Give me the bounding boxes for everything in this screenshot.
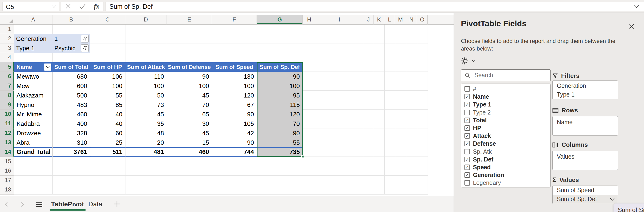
field-item-speed[interactable]: ✓Speed bbox=[461, 163, 550, 171]
column-header-m[interactable]: M bbox=[395, 15, 406, 24]
row-header-9[interactable]: 9 bbox=[0, 100, 14, 110]
cell[interactable]: 511 bbox=[90, 148, 125, 156]
name-filter-dropdown-button[interactable] bbox=[44, 63, 51, 71]
cell[interactable]: 30 bbox=[167, 119, 212, 128]
cell[interactable]: 310 bbox=[52, 138, 90, 147]
row-header-13[interactable]: 13 bbox=[0, 138, 14, 147]
field-item-total[interactable]: ✓Total bbox=[461, 116, 550, 124]
checkbox-checked[interactable]: ✓ bbox=[464, 102, 470, 107]
cell[interactable]: 481 bbox=[125, 148, 167, 156]
checkbox-unchecked[interactable] bbox=[464, 149, 470, 154]
pivot-options-gear-button[interactable] bbox=[461, 57, 476, 65]
cell[interactable]: 45 bbox=[167, 91, 212, 100]
field-item-type-2[interactable]: Type 2 bbox=[461, 109, 550, 116]
cell[interactable]: 130 bbox=[212, 72, 257, 81]
cell[interactable]: 90 bbox=[257, 72, 303, 81]
cell[interactable]: Mr. Mime bbox=[14, 110, 52, 119]
checkbox-checked[interactable]: ✓ bbox=[464, 141, 470, 146]
select-all-corner[interactable] bbox=[0, 15, 14, 24]
cell[interactable]: 460 bbox=[52, 110, 90, 119]
cell[interactable]: 70 bbox=[257, 119, 303, 128]
cell[interactable]: Mewtwo bbox=[14, 72, 52, 81]
cell[interactable]: 35 bbox=[125, 119, 167, 128]
filters-area-item[interactable]: Type 1 bbox=[552, 90, 618, 99]
field-item-hp[interactable]: ✓HP bbox=[461, 124, 550, 132]
checkbox-unchecked[interactable] bbox=[464, 110, 470, 115]
cell[interactable]: 90 bbox=[212, 138, 257, 147]
row-header-1[interactable]: 1 bbox=[0, 24, 14, 34]
cell[interactable]: 110 bbox=[125, 72, 167, 81]
row-header-12[interactable]: 12 bbox=[0, 128, 14, 138]
cell[interactable]: 48 bbox=[125, 128, 167, 138]
pivot-header-sum-of-total[interactable]: Sum of Total bbox=[52, 62, 90, 72]
pivot-header-sum-of-hp[interactable]: Sum of HP bbox=[90, 62, 125, 72]
sheet-list-menu-icon[interactable] bbox=[36, 201, 43, 208]
pivot-header-sum-of-sp-def[interactable]: Sum of Sp. Def bbox=[257, 62, 303, 72]
field-item-name[interactable]: ✓Name bbox=[461, 93, 550, 101]
cell[interactable]: 106 bbox=[90, 72, 125, 81]
field-item-sp-atk[interactable]: Sp. Atk bbox=[461, 148, 550, 156]
cell[interactable]: 67 bbox=[212, 100, 257, 110]
cell[interactable]: 100 bbox=[257, 81, 303, 91]
field-search-box[interactable] bbox=[461, 69, 551, 81]
cell[interactable]: 100 bbox=[212, 81, 257, 91]
column-header-k[interactable]: K bbox=[374, 15, 384, 24]
row-header-16[interactable]: 16 bbox=[0, 166, 14, 176]
filter-dropdown-button[interactable] bbox=[81, 44, 88, 52]
expand-formula-bar-icon[interactable] bbox=[634, 5, 639, 8]
cell[interactable]: Hypno bbox=[14, 100, 52, 110]
rows-area-box[interactable]: Name bbox=[552, 116, 618, 136]
close-pane-button[interactable] bbox=[628, 22, 636, 31]
cancel-icon[interactable] bbox=[65, 3, 71, 9]
cell[interactable]: 73 bbox=[125, 100, 167, 110]
column-header-c[interactable]: C bbox=[90, 15, 125, 24]
cell[interactable]: 60 bbox=[90, 128, 125, 138]
cell[interactable]: 50 bbox=[125, 91, 167, 100]
previous-sheet-icon[interactable] bbox=[4, 202, 8, 207]
cell[interactable]: 680 bbox=[52, 72, 90, 81]
field-item-type-1[interactable]: ✓Type 1 bbox=[461, 101, 550, 108]
fx-icon[interactable]: fx bbox=[94, 2, 99, 10]
cell[interactable]: 90 bbox=[257, 128, 303, 138]
cell[interactable]: 55 bbox=[90, 91, 125, 100]
cell[interactable]: 100 bbox=[90, 81, 125, 91]
column-header-i[interactable]: I bbox=[316, 15, 363, 24]
cell[interactable]: Drowzee bbox=[14, 128, 52, 138]
enter-check-icon[interactable] bbox=[79, 3, 86, 9]
column-header-o[interactable]: O bbox=[417, 15, 428, 24]
cell[interactable]: 115 bbox=[257, 100, 303, 110]
cell[interactable]: 65 bbox=[167, 110, 212, 119]
columns-area-box[interactable]: Values bbox=[552, 151, 618, 170]
cell[interactable]: 120 bbox=[212, 91, 257, 100]
row-header-15[interactable]: 15 bbox=[0, 157, 14, 166]
checkbox-checked[interactable]: ✓ bbox=[464, 172, 470, 178]
field-item-legendary[interactable]: Legendary bbox=[461, 179, 550, 187]
checkbox-checked[interactable]: ✓ bbox=[464, 125, 470, 131]
row-header-7[interactable]: 7 bbox=[0, 81, 14, 91]
column-header-d[interactable]: D bbox=[125, 15, 167, 24]
column-header-b[interactable]: B bbox=[52, 15, 90, 24]
field-item-attack[interactable]: ✓Attack bbox=[461, 132, 550, 140]
filters-area-item[interactable]: Generation bbox=[552, 81, 618, 90]
column-header-g[interactable]: G bbox=[257, 15, 303, 24]
column-header-l[interactable]: L bbox=[384, 15, 395, 24]
cell[interactable]: 40 bbox=[90, 110, 125, 119]
cell[interactable]: 95 bbox=[257, 91, 303, 100]
chevron-down-icon[interactable] bbox=[610, 198, 614, 201]
row-header-18[interactable]: 18 bbox=[0, 185, 14, 195]
pivot-header-sum-of-defense[interactable]: Sum of Defense bbox=[167, 62, 212, 72]
cell[interactable]: 100 bbox=[167, 81, 212, 91]
column-header-h[interactable]: H bbox=[303, 15, 316, 24]
row-header-3[interactable]: 3 bbox=[0, 43, 14, 53]
pivot-header-name[interactable]: Name bbox=[14, 62, 52, 72]
cell[interactable]: 55 bbox=[257, 138, 303, 147]
cell[interactable]: 100 bbox=[125, 81, 167, 91]
cell[interactable]: 85 bbox=[90, 100, 125, 110]
cell-name-box[interactable]: G5 bbox=[2, 2, 59, 11]
pivot-header-sum-of-speed[interactable]: Sum of Speed bbox=[212, 62, 257, 72]
row-header-2[interactable]: 2 bbox=[0, 34, 14, 43]
field-item-sp-def[interactable]: ✓Sp. Def bbox=[461, 156, 550, 163]
cell[interactable]: 25 bbox=[90, 138, 125, 147]
cell[interactable]: Grand Total bbox=[14, 148, 52, 156]
cell[interactable]: 70 bbox=[167, 100, 212, 110]
